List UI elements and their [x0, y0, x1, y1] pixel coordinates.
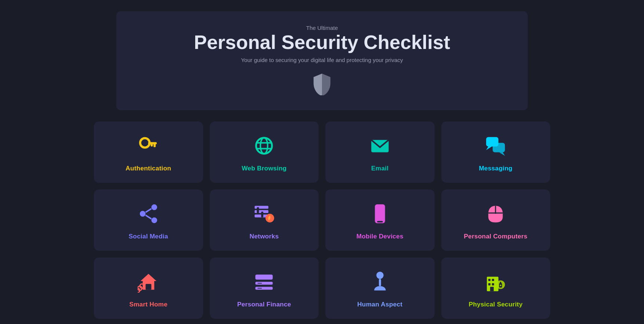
card-label-smart-home: Smart Home	[129, 301, 168, 308]
card-web-browsing[interactable]: Web Browsing	[210, 121, 319, 183]
card-label-personal-finance: Personal Finance	[237, 301, 291, 308]
page-title: Personal Security Checklist	[139, 32, 505, 53]
svg-point-38	[376, 272, 383, 279]
card-label-web-browsing: Web Browsing	[242, 165, 286, 172]
svg-marker-12	[499, 152, 505, 156]
card-label-networks: Networks	[249, 233, 279, 240]
svg-point-14	[140, 211, 145, 216]
card-physical-security[interactable]: Physical Security	[441, 257, 551, 319]
svg-line-16	[145, 209, 151, 213]
finance-icon	[253, 271, 275, 293]
svg-rect-45	[490, 287, 494, 291]
card-messaging[interactable]: Messaging	[441, 121, 551, 183]
globe-icon	[253, 135, 275, 157]
svg-point-5	[261, 138, 268, 154]
svg-rect-36	[258, 283, 262, 284]
card-authentication[interactable]: Authentication	[94, 121, 203, 183]
shield-icon-wrapper	[139, 73, 505, 95]
svg-rect-42	[492, 279, 494, 281]
svg-rect-25	[377, 221, 383, 223]
key-icon	[138, 135, 159, 157]
svg-line-17	[145, 215, 151, 219]
svg-rect-29	[145, 284, 151, 290]
card-mobile-devices[interactable]: Mobile Devices	[325, 189, 435, 251]
svg-rect-43	[488, 283, 491, 286]
person-icon	[369, 271, 391, 293]
svg-rect-37	[258, 288, 262, 289]
svg-rect-33	[255, 275, 273, 280]
svg-rect-3	[151, 144, 153, 146]
email-icon	[369, 135, 391, 157]
card-label-human-aspect: Human Aspect	[357, 301, 402, 308]
svg-rect-21	[257, 207, 259, 213]
card-personal-finance[interactable]: Personal Finance	[210, 257, 319, 319]
smarthome-icon	[138, 271, 159, 293]
header-description: Your guide to securing your digital life…	[139, 57, 505, 63]
card-smart-home[interactable]: Smart Home	[94, 257, 203, 319]
mobile-icon	[369, 203, 391, 225]
card-label-messaging: Messaging	[479, 165, 512, 172]
svg-rect-24	[375, 204, 385, 223]
page-header: The Ultimate Personal Security Checklist…	[116, 11, 528, 110]
share-icon	[138, 203, 159, 225]
card-label-mobile-devices: Mobile Devices	[356, 233, 404, 240]
svg-rect-11	[493, 143, 505, 152]
svg-point-13	[151, 204, 157, 210]
svg-rect-48	[500, 282, 502, 284]
svg-rect-18	[255, 206, 269, 209]
card-label-email: Email	[371, 165, 389, 172]
category-grid: Authentication Web Browsing Email Messag…	[64, 121, 580, 324]
svg-point-0	[140, 138, 150, 148]
card-human-aspect[interactable]: Human Aspect	[325, 257, 435, 319]
svg-point-4	[256, 138, 272, 154]
svg-rect-2	[153, 144, 156, 147]
card-social-media[interactable]: Social Media	[94, 189, 203, 251]
building-icon	[485, 271, 506, 293]
shield-icon	[312, 73, 332, 95]
chat-icon	[485, 135, 506, 157]
card-label-social-media: Social Media	[129, 233, 168, 240]
svg-marker-10	[486, 146, 492, 150]
card-label-physical-security: Physical Security	[469, 301, 522, 308]
header-pretitle: The Ultimate	[139, 25, 505, 31]
svg-rect-39	[379, 279, 381, 286]
svg-point-49	[500, 285, 502, 286]
card-personal-computers[interactable]: Personal Computers	[441, 189, 551, 251]
firewall-icon	[253, 203, 275, 225]
mouse-icon	[485, 203, 506, 225]
card-networks[interactable]: Networks	[210, 189, 319, 251]
card-label-authentication: Authentication	[126, 165, 171, 172]
card-email[interactable]: Email	[325, 121, 435, 183]
svg-rect-41	[488, 279, 491, 281]
card-label-personal-computers: Personal Computers	[464, 233, 527, 240]
svg-rect-44	[492, 283, 494, 286]
svg-point-15	[151, 217, 157, 223]
svg-rect-22	[261, 212, 264, 217]
